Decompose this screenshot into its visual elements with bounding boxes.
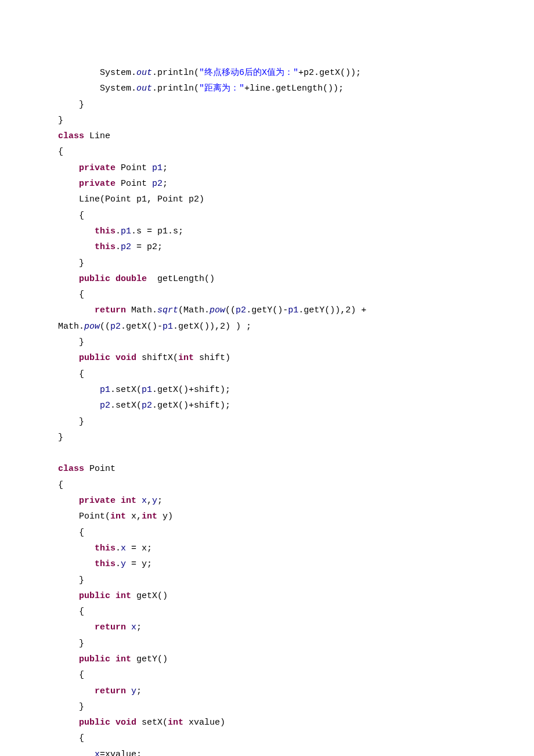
code-line: this.p1.s = p1.s; [58, 226, 183, 236]
code-line: return y; [58, 686, 142, 696]
code-line: System.out.println("距离为："+line.getLength… [58, 84, 344, 93]
code-line: private Point p2; [58, 179, 168, 189]
code-line: { [58, 528, 84, 538]
code-line: } [58, 702, 84, 712]
code-line: { [58, 147, 63, 157]
code-line: } [58, 116, 63, 125]
code-line: } [58, 433, 63, 442]
code-line: this.x = x; [58, 543, 152, 553]
code-line: { [58, 607, 84, 617]
code-line: public int getY() [58, 654, 168, 664]
code-line: } [58, 575, 84, 585]
code-line: } [58, 337, 84, 347]
code-line: Math.pow((p2.getX()-p1.getX()),2) ) ; [58, 322, 251, 332]
code-line: public void setX(int xvalue) [58, 718, 225, 728]
code-line: class Line [58, 131, 110, 141]
code-line: private Point p1; [58, 163, 168, 173]
code-line: return x; [58, 622, 142, 632]
code-line: public double getLength() [58, 274, 215, 284]
code-line: Line(Point p1, Point p2) [58, 195, 204, 204]
code-line [58, 448, 63, 458]
code-line: { [58, 480, 63, 490]
code-line: p1.setX(p1.getX()+shift); [58, 385, 230, 395]
code-line: { [58, 670, 84, 680]
code-line: { [58, 290, 84, 300]
code-line: { [58, 369, 84, 379]
code-line: class Point [58, 464, 116, 474]
code-line: { [58, 733, 84, 743]
code-page: System.out.println("终点移动6后的X值为："+p2.getX… [0, 0, 534, 756]
code-line: x=xvalue; [58, 750, 142, 756]
code-line: Point(int x,int y) [58, 512, 173, 521]
code-line: public int getX() [58, 591, 168, 601]
code-line: public void shiftX(int shift) [58, 353, 230, 363]
code-line: } [58, 258, 84, 268]
code-block: System.out.println("终点移动6后的X值为："+p2.getX… [58, 65, 476, 756]
code-line: return Math.sqrt(Math.pow((p2.getY()-p1.… [58, 305, 366, 315]
code-line: System.out.println("终点移动6后的X值为："+p2.getX… [58, 68, 361, 78]
code-line: private int x,y; [58, 496, 163, 506]
code-line: p2.setX(p2.getX()+shift); [58, 401, 230, 411]
code-line: } [58, 417, 84, 427]
code-line: { [58, 211, 84, 221]
code-line: } [58, 639, 84, 649]
code-line: this.p2 = p2; [58, 242, 163, 252]
code-line: this.y = y; [58, 559, 152, 569]
code-line: } [58, 100, 84, 110]
